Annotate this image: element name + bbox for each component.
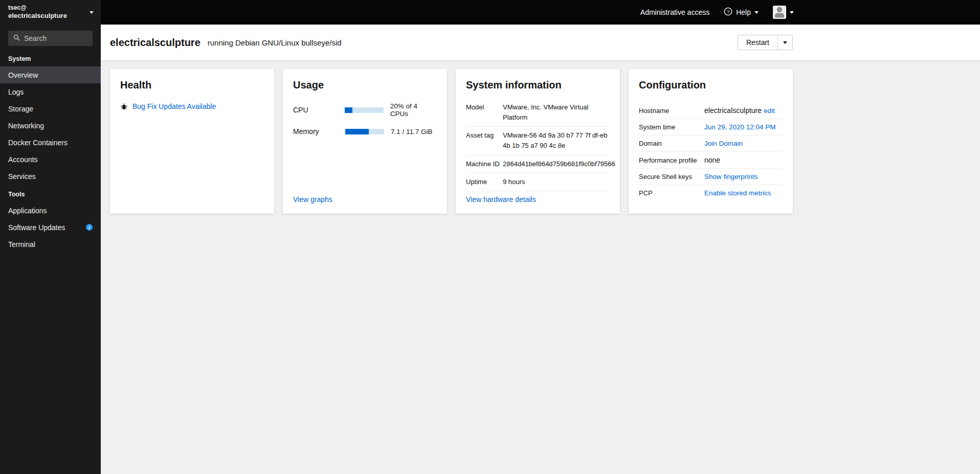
nav-item-label: Terminal [8, 240, 35, 249]
masthead: electricalsculpture running Debian GNU/L… [101, 25, 980, 60]
config-label: Performance profile [639, 156, 704, 164]
info-row-asset-tag: Asset tagVMware-56 4d 9a 30 b7 77 7f df-… [466, 127, 610, 155]
sidebar-item-networking[interactable]: Networking [0, 117, 101, 134]
info-label: Asset tag [466, 130, 503, 151]
sidebar-item-software-updates[interactable]: Software Updatesi [0, 219, 101, 236]
sidebar-item-storage[interactable]: Storage [0, 100, 101, 117]
page-title: electricalsculpture [110, 37, 201, 49]
config-value: Enable stored metrics [704, 189, 783, 197]
usage-label: Memory [293, 127, 345, 136]
avatar [773, 6, 786, 19]
nav-item-label: Applications [8, 207, 47, 215]
chevron-down-icon [783, 41, 787, 44]
chevron-down-icon [754, 11, 759, 14]
search-box[interactable] [8, 31, 93, 46]
info-label: Machine ID [466, 159, 503, 169]
administrative-access-label: Administrative access [640, 8, 709, 16]
config-row-system-time: System timeJun 29, 2020 12:04 PM [639, 119, 783, 136]
system-information-card: System information ModelVMware, Inc. VMw… [456, 69, 620, 214]
masthead-inner: electricalsculpture running Debian GNU/L… [101, 25, 802, 60]
hostname: electricalsculpture [8, 12, 67, 20]
sidebar-item-accounts[interactable]: Accounts [0, 151, 101, 168]
sidebar-item-services[interactable]: Services [0, 168, 101, 185]
topbar: Administrative access ? Help [101, 0, 980, 25]
bug-fix-updates-link[interactable]: Bug Fix Updates Available [132, 102, 216, 110]
usage-progress-fill [345, 129, 369, 134]
usage-value: 20% of 4 CPUs [390, 102, 437, 118]
usage-row-cpu: CPU20% of 4 CPUs [293, 102, 437, 118]
card-title: Health [120, 79, 264, 91]
info-row-machine-id: Machine ID2864d41bef864d759b681f9c0bf795… [466, 155, 610, 173]
config-text: none [704, 156, 720, 164]
chevron-down-icon [90, 11, 94, 14]
sidebar-item-docker-containers[interactable]: Docker Containers [0, 134, 101, 151]
nav-item-label: Storage [8, 105, 33, 113]
config-row-domain: DomainJoin Domain [639, 136, 783, 152]
svg-text:?: ? [727, 9, 729, 14]
config-link-show-fingerprints[interactable]: Show fingerprints [704, 173, 758, 180]
nav-item-label: Networking [8, 122, 44, 130]
config-label: Secure Shell keys [639, 173, 704, 180]
sidebar-item-overview[interactable]: Overview [0, 66, 101, 83]
sidebar-item-applications[interactable]: Applications [0, 202, 101, 219]
card-title: Usage [293, 79, 437, 91]
card-title: System information [466, 79, 610, 91]
restart-dropdown-toggle[interactable] [777, 35, 792, 50]
topbar-inner: Administrative access ? Help [101, 0, 802, 25]
search-wrap [8, 31, 93, 46]
help-icon: ? [724, 7, 732, 17]
nav-section-title-system: System [0, 49, 101, 66]
info-row-model: ModelVMware, Inc. VMware Virtual Platfor… [466, 102, 610, 127]
sidebar-item-terminal[interactable]: Terminal [0, 236, 101, 253]
restart-button[interactable]: Restart [738, 35, 777, 50]
usage-label: CPU [293, 106, 345, 114]
search-icon [13, 34, 20, 43]
view-hardware-details-link[interactable]: View hardware details [466, 195, 610, 204]
configuration-rows: HostnameelectricalsculptureeditSystem ti… [639, 102, 783, 201]
config-link-edit[interactable]: edit [764, 107, 775, 115]
restart-split-button: Restart [738, 35, 793, 50]
nav-item-label: Docker Containers [8, 139, 68, 147]
help-menu-button[interactable]: ? Help [724, 7, 759, 17]
info-label: Uptime [466, 177, 503, 187]
health-row: Bug Fix Updates Available [120, 102, 264, 110]
nav-item-label: Software Updates [8, 223, 65, 232]
config-value: Join Domain [704, 140, 783, 147]
usage-rows: CPU20% of 4 CPUsMemory7.1 / 11.7 GiB [293, 102, 437, 145]
usage-progress-track [345, 129, 384, 134]
system-info-rows: ModelVMware, Inc. VMware Virtual Platfor… [466, 102, 610, 191]
sidebar-item-logs[interactable]: Logs [0, 83, 101, 100]
nav-item-label: Logs [8, 88, 24, 96]
bug-icon [120, 103, 128, 110]
config-label: Hostname [639, 107, 704, 115]
info-value: VMware-56 4d 9a 30 b7 77 7f df-eb 4b 1b … [503, 130, 610, 151]
config-value: electricalsculptureedit [704, 106, 783, 115]
info-badge-icon: i [86, 224, 93, 231]
session-menu-button[interactable] [773, 6, 794, 19]
usage-progress-track [345, 107, 384, 113]
config-link-enable-stored-metrics[interactable]: Enable stored metrics [704, 189, 771, 197]
config-row-secure-shell-keys: Secure Shell keysShow fingerprints [639, 169, 783, 185]
config-link-join-domain[interactable]: Join Domain [704, 140, 743, 147]
administrative-access-button[interactable]: Administrative access [640, 8, 709, 16]
main-area: Administrative access ? Help electricals… [101, 0, 980, 474]
nav-section-title-tools: Tools [0, 185, 101, 202]
sidebar-nav: SystemOverviewLogsStorageNetworkingDocke… [0, 49, 101, 253]
nav-item-label: Accounts [8, 155, 38, 164]
view-graphs-link[interactable]: View graphs [293, 195, 437, 204]
chevron-down-icon [790, 11, 794, 14]
configuration-card: Configuration Hostnameelectricalsculptur… [629, 69, 793, 214]
config-label: System time [639, 123, 704, 131]
search-input[interactable] [24, 34, 85, 42]
config-row-hostname: Hostnameelectricalsculptureedit [639, 102, 783, 119]
overview-cards: Health Bug Fix Updates Available [110, 69, 971, 214]
config-link-jun-29-2020-12-04-pm[interactable]: Jun 29, 2020 12:04 PM [704, 123, 776, 131]
usage-row-memory: Memory7.1 / 11.7 GiB [293, 127, 437, 136]
info-label: Model [466, 102, 503, 123]
usage-progress-fill [345, 107, 352, 113]
info-row-uptime: Uptime9 hours [466, 173, 610, 191]
health-card: Health Bug Fix Updates Available [110, 69, 274, 214]
card-title: Configuration [639, 79, 783, 91]
host-switcher[interactable]: tsec@ electricalsculpture [0, 0, 101, 25]
info-value: 2864d41bef864d759b681f9c0bf79566 [503, 159, 615, 169]
